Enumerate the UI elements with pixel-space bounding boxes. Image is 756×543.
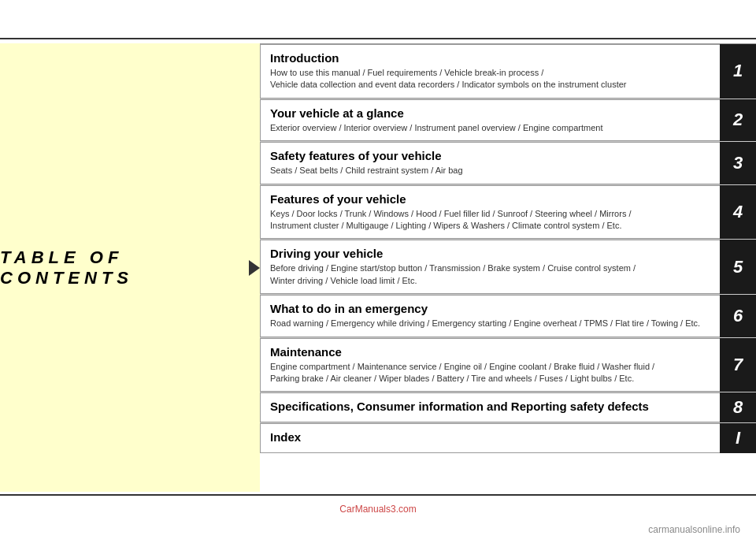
section-content-4: Features of your vehicleKeys / Door lock… (260, 185, 720, 240)
footer-site: carmanualsonline.info (648, 524, 740, 535)
section-title-1: Introduction (270, 51, 710, 65)
section-number-8: 8 (720, 392, 756, 422)
main-content: TABLE OF CONTENTS IntroductionHow to use… (0, 43, 756, 492)
section-number-6: 6 (720, 295, 756, 337)
section-row: Your vehicle at a glanceExterior overvie… (260, 99, 756, 142)
top-divider (0, 38, 756, 39)
section-content-9: Index (260, 423, 720, 453)
section-row: Specifications, Consumer information and… (260, 392, 756, 423)
section-row: IntroductionHow to use this manual / Fue… (260, 44, 756, 99)
section-title-2: Your vehicle at a glance (270, 106, 710, 120)
section-content-2: Your vehicle at a glanceExterior overvie… (260, 99, 720, 141)
section-row: IndexI (260, 423, 756, 453)
section-row: MaintenanceEngine compartment / Maintena… (260, 338, 756, 393)
section-row: Safety features of your vehicleSeats / S… (260, 142, 756, 184)
section-number-4: 4 (720, 185, 756, 240)
right-panel: IntroductionHow to use this manual / Fue… (260, 43, 756, 492)
section-title-4: Features of your vehicle (270, 192, 710, 206)
section-desc-7: Engine compartment / Maintenance service… (270, 361, 710, 385)
section-content-3: Safety features of your vehicleSeats / S… (260, 142, 720, 184)
section-content-5: Driving your vehicleBefore driving / Eng… (260, 240, 720, 294)
section-title-6: What to do in an emergency (270, 302, 710, 315)
toc-arrow-icon (249, 260, 260, 276)
toc-label: TABLE OF CONTENTS (0, 247, 260, 288)
section-desc-6: Road warning / Emergency while driving /… (270, 318, 710, 329)
section-number-2: 2 (720, 99, 756, 141)
bottom-divider (0, 494, 756, 496)
section-number-3: 3 (720, 142, 756, 184)
section-title-7: Maintenance (270, 345, 710, 359)
section-content-6: What to do in an emergencyRoad warning /… (260, 295, 720, 337)
section-row: What to do in an emergencyRoad warning /… (260, 295, 756, 337)
section-number-1: 1 (720, 44, 756, 99)
section-content-8: Specifications, Consumer information and… (260, 392, 720, 422)
section-number-9: I (720, 423, 756, 453)
toc-text: TABLE OF CONTENTS (0, 247, 243, 288)
section-title-5: Driving your vehicle (270, 247, 710, 260)
section-title-9: Index (270, 430, 710, 444)
left-panel: TABLE OF CONTENTS (0, 43, 260, 492)
section-desc-1: How to use this manual / Fuel requiremen… (270, 67, 710, 91)
section-title-8: Specifications, Consumer information and… (270, 400, 710, 413)
section-number-7: 7 (720, 338, 756, 392)
section-content-1: IntroductionHow to use this manual / Fue… (260, 44, 720, 99)
section-row: Features of your vehicleKeys / Door lock… (260, 185, 756, 240)
section-desc-3: Seats / Seat belts / Child restraint sys… (270, 165, 710, 177)
section-content-7: MaintenanceEngine compartment / Maintena… (260, 338, 720, 392)
section-row: Driving your vehicleBefore driving / Eng… (260, 240, 756, 295)
section-title-3: Safety features of your vehicle (270, 149, 710, 162)
section-desc-5: Before driving / Engine start/stop butto… (270, 262, 710, 287)
section-number-5: 5 (720, 240, 756, 294)
section-desc-2: Exterior overview / Interior overview / … (270, 122, 710, 134)
watermark: CarManuals3.com (339, 504, 416, 515)
section-desc-4: Keys / Door locks / Trunk / Windows / Ho… (270, 208, 710, 232)
